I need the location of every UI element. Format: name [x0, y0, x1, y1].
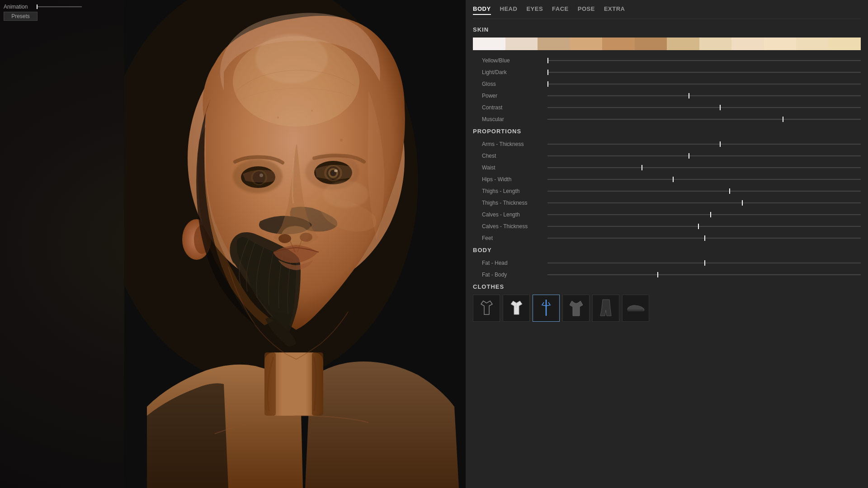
animation-slider-thumb [37, 5, 38, 9]
svg-point-25 [323, 181, 368, 208]
svg-point-26 [277, 117, 279, 118]
tab-pose[interactable]: POSE [578, 5, 595, 15]
slider-track-0 [547, 60, 861, 61]
slider-track-container-0[interactable] [547, 258, 861, 268]
clothes-item-icon-shirt-white [509, 299, 524, 318]
slider-row-6: Calves - Length [473, 210, 861, 220]
clothes-section-header: CLOTHES [473, 283, 861, 290]
slider-label-7: Calves - Thickness [473, 223, 547, 230]
clothes-item-nude[interactable] [473, 295, 500, 322]
slider-thumb-3 [689, 93, 689, 99]
tab-face[interactable]: FACE [552, 5, 569, 15]
slider-track-0 [547, 263, 861, 263]
clothes-grid [473, 295, 861, 322]
tab-body[interactable]: BODY [473, 5, 491, 15]
slider-track-3 [547, 179, 861, 180]
presets-button[interactable]: Presets [4, 12, 38, 21]
slider-label-2: Waist [473, 164, 547, 171]
skin-swatch-2[interactable] [505, 38, 538, 50]
svg-rect-31 [627, 310, 644, 311]
svg-point-28 [340, 139, 343, 141]
slider-track-container-0[interactable] [547, 56, 861, 66]
slider-row-5: Thighs - Thickness [473, 198, 861, 208]
skin-swatch-9[interactable] [731, 38, 764, 50]
slider-track-0 [547, 144, 861, 145]
slider-track-8 [547, 238, 861, 239]
body-sliders: Fat - HeadFat - Body [473, 258, 861, 280]
slider-track-container-3[interactable] [547, 174, 861, 184]
slider-track-container-8[interactable] [547, 233, 861, 243]
nav-tabs: BODYHEADEYESFACEPOSEEXTRA [473, 5, 861, 19]
tab-head[interactable]: HEAD [500, 5, 518, 15]
svg-rect-4 [312, 352, 323, 416]
skin-swatch-10[interactable] [764, 38, 797, 50]
slider-label-8: Feet [473, 235, 547, 241]
skin-swatch-12[interactable] [829, 38, 861, 50]
tab-eyes[interactable]: EYES [526, 5, 543, 15]
slider-thumb-8 [704, 235, 705, 241]
svg-point-27 [311, 110, 313, 112]
right-panel: BODYHEADEYESFACEPOSEEXTRA SKIN Yellow/Bl… [466, 0, 868, 488]
slider-label-0: Fat - Head [473, 260, 547, 266]
skin-swatch-11[interactable] [796, 38, 829, 50]
slider-row-0: Yellow/Blue [473, 56, 861, 66]
slider-track-container-1[interactable] [547, 270, 861, 280]
slider-track-container-4[interactable] [547, 186, 861, 196]
slider-track-4 [547, 191, 861, 192]
svg-rect-3 [264, 352, 276, 416]
clothes-item-icon-shoes [627, 303, 645, 314]
clothes-item-shoes[interactable] [622, 295, 649, 322]
slider-row-8: Feet [473, 233, 861, 243]
slider-row-2: Waist [473, 163, 861, 173]
slider-track-2 [547, 84, 861, 84]
slider-track-container-2[interactable] [547, 79, 861, 89]
slider-label-0: Yellow/Blue [473, 57, 547, 64]
skin-swatch-7[interactable] [667, 38, 699, 50]
clothes-item-pants[interactable] [592, 295, 619, 322]
skin-swatch-3[interactable] [538, 38, 570, 50]
clothes-item-shirt-white[interactable] [503, 295, 530, 322]
slider-track-7 [547, 226, 861, 227]
slider-track-container-5[interactable] [547, 114, 861, 124]
slider-track-container-7[interactable] [547, 221, 861, 231]
clothes-item-icon-jacket [568, 299, 584, 318]
tab-extra[interactable]: EXTRA [604, 5, 625, 15]
character-portrait [124, 0, 466, 488]
skin-swatches [473, 38, 861, 50]
skin-swatch-8[interactable] [699, 38, 732, 50]
skin-sliders: Yellow/BlueLight/DarkGlossPowerContrastM… [473, 56, 861, 124]
slider-label-4: Contrast [473, 104, 547, 111]
clothes-item-shirt-dark[interactable] [533, 295, 560, 322]
slider-track-5 [547, 119, 861, 120]
slider-thumb-5 [783, 117, 783, 122]
clothes-item-icon-nude [479, 299, 495, 318]
animation-slider-track[interactable] [37, 6, 82, 7]
svg-point-23 [278, 234, 291, 243]
slider-track-container-6[interactable] [547, 210, 861, 220]
clothes-item-jacket[interactable] [562, 295, 590, 322]
slider-track-container-0[interactable] [547, 139, 861, 149]
slider-thumb-4 [720, 105, 721, 110]
skin-swatch-6[interactable] [635, 38, 667, 50]
slider-track-1 [547, 72, 861, 73]
animation-label: Animation [4, 4, 33, 10]
skin-swatch-1[interactable] [473, 38, 505, 50]
slider-label-2: Gloss [473, 81, 547, 87]
slider-track-container-5[interactable] [547, 198, 861, 208]
slider-track-container-1[interactable] [547, 67, 861, 77]
slider-thumb-0 [704, 260, 705, 266]
slider-label-4: Thighs - Length [473, 188, 547, 194]
slider-track-container-4[interactable] [547, 103, 861, 113]
slider-row-1: Chest [473, 151, 861, 161]
skin-swatch-4[interactable] [570, 38, 603, 50]
slider-track-container-3[interactable] [547, 91, 861, 101]
slider-row-5: Muscular [473, 114, 861, 124]
clothes-item-icon-pants [598, 299, 614, 318]
slider-track-1 [547, 155, 861, 156]
slider-label-0: Arms - Thickness [473, 141, 547, 147]
skin-swatch-5[interactable] [602, 38, 635, 50]
slider-label-5: Thighs - Thickness [473, 200, 547, 206]
slider-track-container-1[interactable] [547, 151, 861, 161]
slider-track-container-2[interactable] [547, 163, 861, 173]
slider-track-2 [547, 167, 861, 168]
